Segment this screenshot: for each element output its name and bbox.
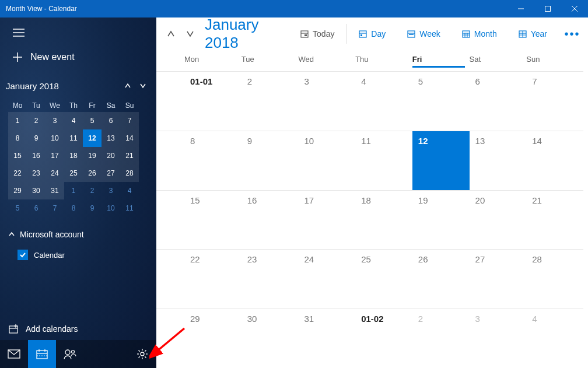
week-view-button[interactable]: Week [402,26,445,42]
day-cell[interactable]: 2 [242,71,299,131]
calendar-checkbox-row[interactable]: Calendar [0,246,156,264]
mini-day-cell[interactable]: 2 [27,112,46,129]
more-button[interactable]: ••• [564,24,581,44]
mini-day-cell[interactable]: 2 [83,182,102,199]
mini-day-cell[interactable]: 26 [83,164,102,182]
day-cell[interactable]: 30 [242,309,299,368]
mini-day-cell[interactable]: 4 [64,112,83,129]
mini-day-cell[interactable]: 18 [64,147,83,164]
year-view-button[interactable]: Year [513,26,552,42]
day-cell[interactable]: 18 [355,190,412,250]
day-cell[interactable]: 22 [184,249,242,309]
day-cell[interactable]: 16 [242,190,299,250]
mini-day-cell[interactable]: 14 [120,129,139,147]
mini-day-cell[interactable]: 20 [102,147,120,164]
mini-day-cell[interactable]: 10 [102,199,120,217]
day-cell[interactable]: 27 [470,249,527,309]
mini-day-cell[interactable]: 22 [8,164,27,182]
day-cell[interactable]: 11 [355,131,412,190]
day-cell[interactable]: 29 [184,309,242,368]
mini-day-cell[interactable]: 3 [102,182,120,199]
mini-day-cell[interactable]: 8 [64,199,83,217]
mini-day-cell[interactable]: 3 [46,112,64,129]
day-cell[interactable]: 9 [242,131,299,190]
day-cell[interactable]: 19 [412,190,470,250]
prev-month-button[interactable] [163,25,178,43]
mini-day-cell[interactable]: 9 [27,129,46,147]
day-cell[interactable]: 4 [355,71,412,131]
day-cell[interactable]: 23 [242,249,299,309]
day-cell[interactable]: 12 [412,131,470,190]
day-cell[interactable]: 17 [298,190,355,250]
today-button[interactable]: Today [295,26,339,42]
mini-day-cell[interactable]: 9 [83,199,102,217]
mini-day-cell[interactable]: 23 [27,164,46,182]
day-cell[interactable]: 15 [184,190,242,250]
day-cell[interactable]: 4 [526,309,583,368]
mini-day-cell[interactable]: 24 [46,164,64,182]
mini-day-cell[interactable]: 29 [8,182,27,199]
calendar-app-button[interactable] [28,340,56,368]
mini-day-cell[interactable]: 17 [46,147,64,164]
day-cell[interactable]: 24 [298,249,355,309]
hamburger-button[interactable] [12,26,26,40]
mini-day-cell[interactable]: 1 [64,182,83,199]
mini-next-button[interactable] [135,78,150,93]
settings-button[interactable] [128,340,156,368]
day-cell[interactable]: 21 [526,190,583,250]
mini-day-cell[interactable]: 11 [64,129,83,147]
mini-day-cell[interactable]: 7 [120,112,139,129]
mini-day-cell[interactable]: 6 [27,199,46,217]
mini-day-cell[interactable]: 16 [27,147,46,164]
mini-day-cell[interactable]: 28 [120,164,139,182]
mini-day-cell[interactable]: 4 [120,182,139,199]
day-cell[interactable]: 20 [470,190,527,250]
mini-day-cell[interactable]: 21 [120,147,139,164]
minimize-button[interactable] [508,0,534,17]
day-cell[interactable]: 6 [470,71,527,131]
day-cell[interactable]: 01-02 [355,309,412,368]
mini-day-cell[interactable]: 11 [120,199,139,217]
day-cell[interactable]: 31 [298,309,355,368]
mini-day-cell[interactable]: 6 [102,112,120,129]
mail-button[interactable] [0,340,28,368]
account-toggle[interactable]: Microsoft account [0,226,156,243]
mini-day-cell[interactable]: 31 [46,182,64,199]
people-button[interactable] [56,340,84,368]
day-cell[interactable]: 26 [412,249,470,309]
mini-day-cell[interactable]: 7 [46,199,64,217]
new-event-button[interactable]: New event [7,48,149,66]
day-cell[interactable]: 7 [526,71,583,131]
day-cell[interactable]: 8 [184,131,242,190]
day-cell[interactable]: 2 [412,309,470,368]
calendar-grid: 01-0123456789101112131415161718192021222… [156,71,588,368]
day-cell[interactable]: 3 [470,309,527,368]
day-cell[interactable]: 3 [298,71,355,131]
mini-day-cell[interactable]: 12 [83,129,102,147]
day-cell[interactable]: 13 [470,131,527,190]
mini-day-cell[interactable]: 25 [64,164,83,182]
day-cell[interactable]: 01-01 [184,71,242,131]
mini-day-cell[interactable]: 27 [102,164,120,182]
day-cell[interactable]: 5 [412,71,470,131]
mini-day-cell[interactable]: 8 [8,129,27,147]
day-cell[interactable]: 10 [298,131,355,190]
day-view-button[interactable]: Day [354,26,390,42]
mini-day-cell[interactable]: 19 [83,147,102,164]
mini-day-cell[interactable]: 1 [8,112,27,129]
mini-day-cell[interactable]: 13 [102,129,120,147]
maximize-button[interactable] [534,0,561,17]
day-cell[interactable]: 25 [355,249,412,309]
mini-prev-button[interactable] [120,78,135,93]
mini-day-cell[interactable]: 30 [27,182,46,199]
mini-day-cell[interactable]: 5 [8,199,27,217]
next-month-button[interactable] [182,25,197,43]
day-cell[interactable]: 28 [526,249,583,309]
mini-day-cell[interactable]: 10 [46,129,64,147]
month-view-button[interactable]: Month [457,26,502,42]
close-button[interactable] [561,0,588,17]
day-cell[interactable]: 14 [526,131,583,190]
add-calendars-button[interactable]: Add calendars [0,320,156,340]
mini-day-cell[interactable]: 15 [8,147,27,164]
mini-day-cell[interactable]: 5 [83,112,102,129]
